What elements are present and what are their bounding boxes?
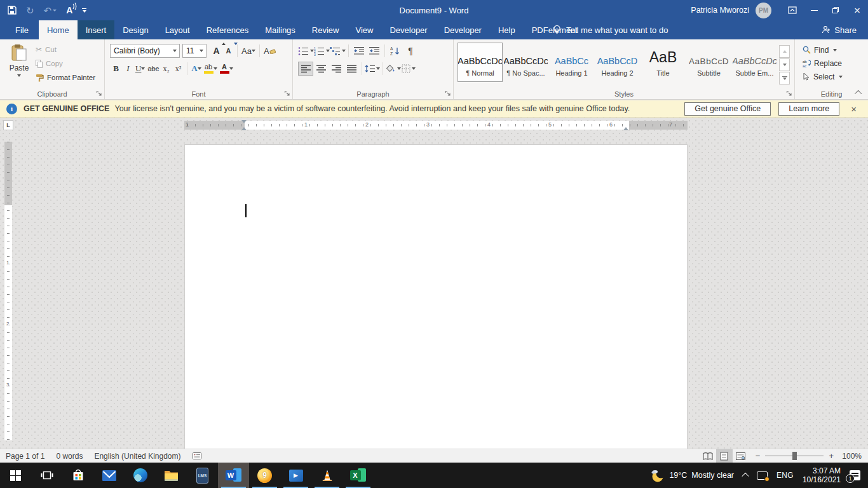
print-layout-icon[interactable]: [716, 449, 733, 463]
first-line-indent-marker[interactable]: [241, 120, 247, 123]
clear-formatting-button[interactable]: A: [262, 44, 277, 58]
lms-app-button[interactable]: LMS: [187, 463, 218, 488]
show-hide-formatting-button[interactable]: ¶: [403, 44, 418, 58]
learn-more-button[interactable]: Learn more: [778, 102, 839, 116]
ribbon-tab[interactable]: PDFelement: [524, 20, 586, 39]
zoom-level[interactable]: 100%: [839, 452, 862, 461]
edge-button[interactable]: [125, 463, 156, 488]
font-name-combo[interactable]: Calibri (Body): [110, 44, 180, 58]
customize-qat-icon[interactable]: [82, 3, 86, 17]
styles-scroll-down-icon[interactable]: [779, 58, 790, 71]
action-center-button[interactable]: 1: [845, 463, 868, 488]
avatar[interactable]: PM: [756, 3, 771, 18]
select-button[interactable]: Select: [803, 70, 868, 83]
bullets-button[interactable]: [298, 44, 314, 58]
styles-scroll-up-icon[interactable]: [779, 45, 790, 58]
close-button[interactable]: ×: [846, 0, 868, 20]
hanging-indent-marker[interactable]: [241, 127, 247, 130]
align-center-button[interactable]: [313, 62, 329, 76]
right-indent-marker[interactable]: [623, 127, 628, 130]
language-indicator[interactable]: ENG: [772, 463, 798, 488]
paragraph-dialog-launcher-icon[interactable]: [444, 90, 452, 97]
zoom-in-button[interactable]: +: [829, 451, 834, 461]
sort-button[interactable]: AZ: [388, 44, 403, 58]
style-item[interactable]: AaBbCcDc ¶ No Spac...: [503, 43, 548, 82]
weather-widget[interactable]: 19°CMostly clear: [646, 463, 738, 488]
ribbon-tab[interactable]: Review: [304, 20, 348, 39]
vlc-taskbar-button[interactable]: [311, 463, 342, 488]
meet-now-tray-icon[interactable]: [752, 463, 772, 488]
align-left-button[interactable]: [298, 62, 313, 76]
replace-button[interactable]: abac Replace: [803, 57, 868, 70]
tab-stop-selector[interactable]: L: [3, 120, 13, 130]
ribbon-tab[interactable]: Layout: [157, 20, 198, 39]
copy-button[interactable]: Copy: [36, 58, 95, 69]
line-spacing-button[interactable]: [365, 62, 380, 76]
restore-button[interactable]: [825, 0, 846, 20]
style-item[interactable]: AaBbCcDc ¶ Normal: [458, 43, 503, 82]
style-item[interactable]: AaBbCcDc Subtle Em...: [732, 43, 777, 82]
grow-font-button[interactable]: A: [210, 44, 222, 58]
bold-button[interactable]: B: [110, 62, 122, 76]
ribbon-tab[interactable]: File: [5, 20, 39, 39]
styles-more-icon[interactable]: [779, 72, 790, 85]
shrink-font-button[interactable]: A: [222, 44, 234, 58]
movies-tv-taskbar-button[interactable]: ▶: [280, 463, 311, 488]
excel-taskbar-button[interactable]: X: [342, 463, 374, 488]
align-right-button[interactable]: [329, 62, 344, 76]
shading-button[interactable]: [386, 62, 401, 76]
ribbon-display-options-icon[interactable]: [782, 0, 803, 20]
style-item[interactable]: AaBbCcD Subtitle: [686, 43, 731, 82]
font-dialog-launcher-icon[interactable]: [283, 90, 291, 97]
ribbon-tab[interactable]: Insert: [78, 20, 115, 39]
save-icon[interactable]: [8, 3, 17, 17]
style-item[interactable]: AaBbCc Heading 1: [549, 43, 594, 82]
font-color-button[interactable]: A: [219, 62, 234, 76]
ribbon-tab[interactable]: Developer: [436, 20, 490, 39]
word-count-status[interactable]: 0 words: [50, 449, 88, 463]
redo-icon[interactable]: ↻: [26, 3, 34, 17]
task-view-button[interactable]: [31, 463, 62, 488]
zoom-slider[interactable]: [765, 456, 824, 456]
justify-button[interactable]: [344, 62, 359, 76]
increase-indent-button[interactable]: [367, 44, 382, 58]
vertical-ruler[interactable]: 123: [4, 142, 12, 440]
style-item[interactable]: AaBbCcD Heading 2: [595, 43, 640, 82]
clipboard-dialog-launcher-icon[interactable]: [95, 90, 103, 97]
read-mode-icon[interactable]: [700, 449, 716, 463]
underline-button[interactable]: U: [134, 62, 146, 76]
start-button[interactable]: [0, 463, 31, 488]
mail-button[interactable]: [93, 463, 125, 488]
minimize-button[interactable]: [803, 0, 825, 20]
notice-close-icon[interactable]: ×: [851, 104, 857, 114]
text-effects-button[interactable]: A: [190, 62, 202, 76]
word-taskbar-button[interactable]: W: [218, 463, 249, 488]
numbering-button[interactable]: 123: [314, 44, 330, 58]
ribbon-tab[interactable]: Mailings: [257, 20, 304, 39]
change-case-button[interactable]: Aa: [240, 44, 257, 58]
ribbon-tab[interactable]: Design: [114, 20, 156, 39]
undo-icon[interactable]: ↶: [44, 3, 57, 17]
file-explorer-button[interactable]: [156, 463, 187, 488]
font-size-combo[interactable]: 11: [182, 44, 207, 58]
horizontal-ruler[interactable]: 1 123456 7: [184, 121, 688, 130]
share-button[interactable]: Share: [810, 20, 868, 39]
italic-button[interactable]: I: [122, 62, 134, 76]
zoom-out-button[interactable]: −: [756, 451, 761, 461]
ribbon-tab[interactable]: Home: [39, 20, 78, 39]
ribbon-tab[interactable]: Developer: [381, 20, 435, 39]
zoom-slider-thumb[interactable]: [792, 452, 797, 460]
format-painter-button[interactable]: Format Painter: [36, 72, 95, 83]
text-highlight-button[interactable]: ab: [203, 62, 219, 76]
styles-dialog-launcher-icon[interactable]: [785, 90, 793, 97]
style-item[interactable]: AaB Title: [641, 43, 686, 82]
borders-button[interactable]: [401, 62, 416, 76]
language-status[interactable]: English (United Kingdom): [88, 449, 186, 463]
strikethrough-button[interactable]: abc: [146, 62, 160, 76]
clock[interactable]: 3:07 AM 10/16/2021: [798, 463, 845, 488]
macro-record-icon[interactable]: [187, 449, 207, 463]
read-aloud-icon[interactable]: A: [66, 3, 72, 17]
page-count-status[interactable]: Page 1 of 1: [0, 449, 50, 463]
superscript-button[interactable]: x²: [172, 62, 184, 76]
decrease-indent-button[interactable]: [351, 44, 367, 58]
